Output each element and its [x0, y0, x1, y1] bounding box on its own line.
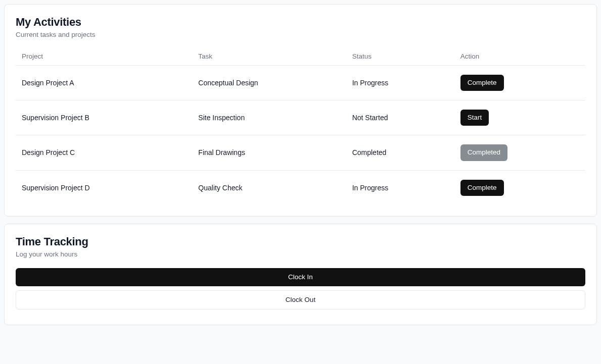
activities-card: My Activities Current tasks and projects… [4, 4, 597, 217]
cell-task: Quality Check [192, 170, 346, 205]
cell-task: Final Drawings [192, 135, 346, 170]
column-header-status: Status [346, 47, 454, 66]
cell-status: Not Started [346, 100, 454, 135]
cell-status: In Progress [346, 170, 454, 205]
cell-status: Completed [346, 135, 454, 170]
cell-status: In Progress [346, 66, 454, 100]
cell-task: Site Inspection [192, 100, 346, 135]
clock-out-button[interactable]: Clock Out [16, 290, 585, 309]
table-row: Design Project CFinal DrawingsCompletedC… [16, 135, 585, 170]
cell-action: Completed [454, 135, 585, 170]
activities-table: Project Task Status Action Design Projec… [16, 47, 585, 205]
cell-project: Design Project C [16, 135, 192, 170]
action-button[interactable]: Start [460, 110, 489, 126]
cell-project: Supervision Project B [16, 100, 192, 135]
activities-title: My Activities [16, 16, 585, 29]
activities-subtitle: Current tasks and projects [16, 31, 585, 38]
time-tracking-card: Time Tracking Log your work hours Clock … [4, 224, 597, 325]
action-button[interactable]: Completed [460, 144, 507, 161]
cell-action: Complete [454, 170, 585, 205]
column-header-action: Action [454, 47, 585, 66]
table-row: Supervision Project BSite InspectionNot … [16, 100, 585, 135]
column-header-project: Project [16, 47, 192, 66]
time-tracking-title: Time Tracking [16, 235, 585, 248]
cell-project: Supervision Project D [16, 170, 192, 205]
column-header-task: Task [192, 47, 346, 66]
cell-task: Conceptual Design [192, 66, 346, 100]
table-row: Design Project AConceptual DesignIn Prog… [16, 66, 585, 100]
clock-in-button[interactable]: Clock In [16, 268, 585, 286]
cell-project: Design Project A [16, 66, 192, 100]
action-button[interactable]: Complete [460, 180, 504, 196]
time-tracking-subtitle: Log your work hours [16, 250, 585, 258]
cell-action: Complete [454, 66, 585, 100]
action-button[interactable]: Complete [460, 75, 504, 91]
cell-action: Start [454, 100, 585, 135]
table-row: Supervision Project DQuality CheckIn Pro… [16, 170, 585, 205]
